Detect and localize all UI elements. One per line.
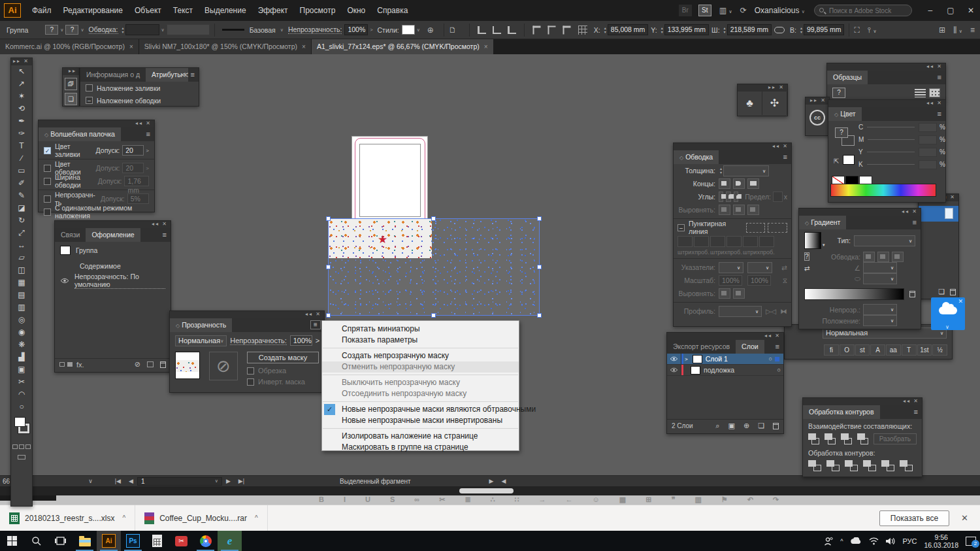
photoshop-taskbar-button[interactable]: Ps bbox=[121, 531, 145, 551]
selection-handle[interactable] bbox=[326, 216, 331, 221]
tolerance-slider-icon[interactable]: > bbox=[146, 148, 149, 154]
collapse-panel-icon[interactable]: ▸▸ bbox=[69, 68, 76, 74]
collapse-panel-icon[interactable]: ◂◂ bbox=[772, 143, 780, 149]
new-sublayer-icon[interactable]: ⊕ bbox=[743, 422, 749, 430]
tab-asset-export[interactable]: Экспорт ресурсов bbox=[667, 340, 736, 354]
close-panel-icon[interactable]: ✕ bbox=[775, 333, 781, 339]
tab-magic-wand[interactable]: ◇Волшебная палочка bbox=[39, 127, 121, 141]
creative-cloud-notification[interactable]: ✕ ∨ bbox=[931, 297, 965, 330]
panel-menu-icon[interactable]: ≡ bbox=[938, 73, 941, 81]
maximize-button[interactable]: ▢ bbox=[941, 0, 960, 21]
show-all-downloads-button[interactable]: Показать все bbox=[879, 510, 949, 526]
close-panel-icon[interactable]: ✕ bbox=[937, 63, 943, 69]
selection-handle[interactable] bbox=[431, 313, 436, 318]
tool-button[interactable]: ◠ bbox=[11, 388, 32, 401]
checkbox-partial[interactable]: – bbox=[86, 97, 93, 104]
tool-button[interactable]: ❋ bbox=[11, 339, 32, 351]
attributes-panel-icon[interactable]: ❏ bbox=[65, 93, 77, 105]
align-middle-icon[interactable] bbox=[547, 25, 555, 34]
close-panel-icon[interactable]: ✕ bbox=[24, 58, 29, 64]
checkbox[interactable] bbox=[44, 178, 51, 185]
stroke-weight-field[interactable] bbox=[125, 24, 159, 35]
opacity-submenu-icon[interactable]: > bbox=[316, 337, 319, 344]
close-button[interactable]: ✕ bbox=[962, 0, 980, 21]
tab-swatches[interactable]: Образцы bbox=[827, 71, 868, 84]
css-properties-panel-icon[interactable]: ✣ bbox=[762, 92, 787, 115]
collapse-panel-icon[interactable]: ◂◂ bbox=[764, 333, 772, 339]
gradient-thumbnail[interactable] bbox=[804, 232, 821, 249]
selection-handle[interactable] bbox=[537, 313, 542, 318]
width-stepper[interactable]: ▴▾ bbox=[724, 26, 726, 34]
close-tab-icon[interactable]: × bbox=[129, 39, 133, 54]
channel-slider[interactable] bbox=[867, 127, 915, 127]
merge-icon[interactable] bbox=[845, 460, 858, 471]
status-menu-icon[interactable]: ▶ bbox=[489, 478, 494, 484]
channel-value-field[interactable] bbox=[919, 148, 937, 157]
layer-name[interactable]: Слой 1 bbox=[706, 355, 728, 363]
style-swatch[interactable] bbox=[402, 25, 415, 35]
tool-button[interactable]: ↗ bbox=[11, 78, 32, 90]
tool-button[interactable]: ⟲ bbox=[11, 103, 32, 115]
menu-item[interactable]: Маскировать в группе на странице bbox=[322, 442, 519, 453]
appearance-row-contents[interactable]: Содержимое bbox=[55, 259, 171, 273]
new-stroke-icon[interactable] bbox=[59, 362, 65, 367]
layer-thumbnail[interactable] bbox=[691, 366, 700, 375]
new-artboard-icon[interactable]: ❏ bbox=[938, 288, 945, 296]
last-color-swatch[interactable] bbox=[843, 155, 855, 165]
dash-preset-icon[interactable] bbox=[746, 223, 766, 233]
tool-button[interactable]: ◫ bbox=[11, 264, 32, 276]
close-panel-icon[interactable]: ✕ bbox=[316, 311, 321, 317]
volume-icon[interactable] bbox=[886, 537, 895, 545]
onedrive-icon[interactable] bbox=[850, 537, 862, 544]
account-menu[interactable]: Oxanalicious ∨ bbox=[755, 6, 805, 15]
channel-value-field[interactable] bbox=[919, 135, 937, 144]
opentype-feature-button[interactable]: aa bbox=[886, 344, 901, 356]
tool-button[interactable]: ✐ bbox=[11, 177, 32, 190]
tool-button[interactable]: ↻ bbox=[11, 214, 32, 227]
align-left-icon[interactable] bbox=[478, 26, 486, 34]
download-item[interactable]: 20180213_reestr_s....xlsx ^ bbox=[0, 505, 135, 531]
x-stepper[interactable]: ▴▾ bbox=[604, 26, 606, 34]
task-view-button[interactable] bbox=[48, 531, 73, 551]
overprint-stroke-row[interactable]: – Наложение обводки bbox=[80, 94, 199, 107]
panel-menu-button[interactable]: ≡ bbox=[310, 320, 321, 329]
tool-button[interactable]: ✒ bbox=[11, 115, 32, 127]
opacity-field[interactable]: 100% bbox=[290, 335, 312, 346]
collapse-panel-icon[interactable]: ◂◂ bbox=[926, 100, 934, 106]
panel-menu-icon[interactable]: ≡ bbox=[783, 153, 787, 161]
round-join-icon[interactable] bbox=[726, 192, 730, 202]
collapse-panel-icon[interactable]: ◂◂ bbox=[305, 311, 313, 317]
wifi-icon[interactable] bbox=[869, 537, 879, 545]
menu-bar-item[interactable]: Эффект bbox=[252, 0, 294, 21]
checkbox[interactable] bbox=[86, 84, 93, 92]
collapse-panel-icon[interactable]: ▸▸ bbox=[13, 58, 21, 64]
minimize-button[interactable]: – bbox=[921, 0, 939, 21]
menu-item[interactable]: Новые непрозрачные маски инвертированы bbox=[322, 415, 519, 426]
tab-info[interactable]: Информация о д bbox=[80, 68, 146, 82]
visibility-eye-icon[interactable] bbox=[667, 354, 681, 364]
appearance-row-opacity[interactable]: Непрозрачность: По умолчанию bbox=[55, 273, 171, 288]
trash-icon[interactable] bbox=[950, 289, 956, 295]
draw-normal-icon[interactable] bbox=[12, 444, 18, 449]
trash-icon[interactable] bbox=[160, 361, 166, 368]
opacity-field[interactable]: 100% bbox=[344, 24, 368, 35]
tool-button[interactable]: ▭ bbox=[11, 165, 32, 177]
collapse-panel-icon[interactable]: ◂◂ bbox=[902, 209, 909, 214]
tool-button[interactable]: ▤ bbox=[11, 289, 32, 301]
bevel-join-icon[interactable] bbox=[734, 192, 738, 202]
miter-join-icon[interactable] bbox=[719, 192, 723, 202]
tab-appearance[interactable]: Оформление bbox=[86, 228, 140, 242]
opentype-feature-button[interactable]: A bbox=[870, 344, 885, 356]
stock-search-input[interactable] bbox=[814, 5, 912, 16]
close-panel-icon[interactable]: ✕ bbox=[162, 221, 168, 227]
workspace-switcher-icon[interactable]: ▥ ∨ bbox=[719, 6, 732, 15]
grid-view-icon[interactable] bbox=[929, 88, 940, 97]
calculator-button[interactable] bbox=[145, 531, 169, 551]
new-layer-icon[interactable]: ❏ bbox=[758, 422, 764, 430]
new-fill-icon[interactable] bbox=[67, 362, 73, 367]
y-stepper[interactable]: ▴▾ bbox=[661, 26, 663, 34]
tool-button[interactable]: ✂ bbox=[11, 376, 32, 388]
collapse-panel-icon[interactable]: ◂◂ bbox=[152, 221, 159, 227]
butt-cap-icon[interactable] bbox=[719, 178, 730, 189]
tool-button[interactable]: ✎ bbox=[11, 190, 32, 202]
